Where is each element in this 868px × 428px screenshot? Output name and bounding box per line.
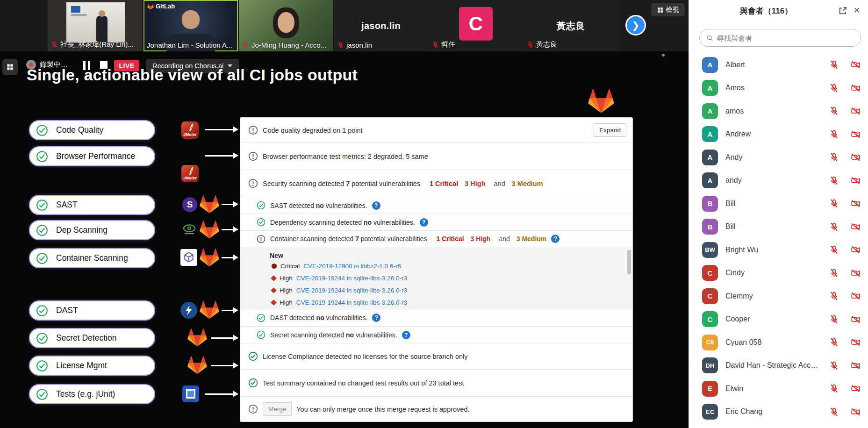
mic-off-icon[interactable] — [829, 106, 839, 116]
participant-row[interactable]: C Clemmy — [689, 285, 868, 308]
scrollbar[interactable] — [627, 249, 631, 307]
participant-row[interactable]: A Andy — [689, 146, 868, 169]
mr-row-license-compliance: License Compliance detected no licenses … — [240, 343, 632, 369]
arrow-icon — [222, 257, 237, 258]
participant-label-text: jason.lin — [346, 41, 372, 49]
close-icon[interactable]: ✕ — [852, 6, 861, 15]
gallery-grid-button[interactable] — [2, 59, 18, 75]
camera-off-icon[interactable] — [851, 291, 861, 301]
participant-row[interactable]: E Elwin — [689, 377, 868, 400]
critical-count: 1 Critical — [430, 180, 458, 187]
pmi-logo — [71, 6, 80, 13]
participants-panel: 與會者（116） ✕ A Albert A Amos A amos A Andr… — [689, 0, 868, 428]
next-videos-button[interactable]: ❯ — [625, 15, 646, 36]
mic-off-icon[interactable] — [829, 268, 839, 278]
participant-row[interactable]: BW Bright Wu — [689, 238, 868, 262]
camera-off-icon[interactable] — [851, 337, 861, 347]
expand-button[interactable]: Expand — [594, 123, 626, 137]
mic-off-icon[interactable] — [829, 83, 839, 93]
ci-job-container-scanning: Container Scanning — [29, 248, 155, 268]
mic-off-icon[interactable] — [829, 361, 839, 371]
search-input[interactable] — [717, 34, 854, 42]
cve-link[interactable]: CVE-2019-12900 in libbz2-1.0.6-r6 — [303, 263, 401, 270]
camera-off-icon[interactable] — [851, 83, 861, 93]
success-icon — [257, 314, 265, 322]
check-circle-icon — [36, 224, 48, 236]
mic-off-icon[interactable] — [829, 199, 839, 208]
video-thumbnail-jonathan-lim[interactable]: GitLab Jonathan Lim - Solution A... — [143, 0, 238, 51]
participant-label: jason.lin — [337, 41, 372, 49]
camera-off-icon[interactable] — [851, 314, 861, 324]
participant-row[interactable]: A Albert — [689, 53, 868, 77]
camera-off-icon[interactable] — [851, 60, 861, 70]
mic-off-icon[interactable] — [829, 245, 839, 255]
camera-off-icon[interactable] — [851, 199, 861, 208]
camera-off-icon[interactable] — [851, 152, 861, 162]
help-icon[interactable]: ? — [372, 314, 380, 322]
camera-off-icon[interactable] — [851, 384, 861, 393]
camera-off-icon[interactable] — [851, 361, 861, 371]
cve-link[interactable]: CVE-2019-19244 in sqlite-libs-3.26.0-r3 — [296, 287, 407, 294]
ci-job-license-mgmt: License Mgmt — [29, 356, 155, 376]
warning-icon — [257, 235, 265, 243]
camera-off-icon[interactable] — [851, 407, 861, 417]
participant-row[interactable]: C Cindy — [689, 262, 868, 285]
camera-off-icon[interactable] — [851, 129, 861, 139]
help-icon[interactable]: ? — [420, 218, 428, 227]
video-thumbnail-huang-zhi-liang[interactable]: 黃志良 黃志良 — [524, 0, 618, 51]
ci-job-browser-performance: Browser Performance — [29, 146, 155, 166]
mic-off-icon[interactable] — [829, 222, 839, 232]
ci-job-tests: Tests (e.g. jUnit) — [29, 384, 155, 404]
merge-button[interactable]: Merge — [263, 402, 292, 416]
video-thumbnail-jo-ming[interactable]: Jo-Ming Huang - Acco... — [239, 0, 333, 51]
help-icon[interactable]: ? — [402, 331, 410, 339]
participant-row[interactable]: A andy — [689, 169, 868, 193]
camera-off-icon[interactable] — [851, 268, 861, 278]
participant-row[interactable]: A amos — [689, 100, 868, 123]
mic-off-icon[interactable] — [829, 407, 839, 417]
participant-row[interactable]: B Bill — [689, 215, 868, 239]
mic-off-icon[interactable] — [829, 176, 839, 185]
participant-row[interactable]: EC Eric Chang — [689, 400, 868, 424]
high-count: 3 High — [465, 180, 485, 187]
help-icon[interactable]: ? — [551, 235, 560, 243]
participant-avatar: BW — [702, 242, 718, 258]
severity-label: Critical — [280, 263, 300, 270]
camera-off-icon[interactable] — [851, 176, 861, 185]
participant-avatar: A — [702, 172, 718, 188]
camera-off-icon[interactable] — [851, 106, 861, 116]
scrollbar-thumb[interactable] — [627, 250, 631, 274]
participant-row[interactable]: C0 Cyuan 058 — [689, 331, 868, 354]
help-icon[interactable]: ? — [372, 201, 380, 210]
video-thumbnail-ray-lin[interactable]: 社長_林家瑋(Ray Lin)... — [48, 0, 142, 51]
and-text: and — [499, 235, 509, 243]
gitlab-logo-icon — [199, 194, 220, 214]
cve-link[interactable]: CVE-2019-19244 in sqlite-libs-3.26.0-r3 — [296, 299, 407, 306]
camera-off-icon[interactable] — [851, 222, 861, 232]
check-circle-icon — [36, 305, 48, 317]
participant-row[interactable]: C Cooper — [689, 308, 868, 331]
mr-row-text: Dependency scanning detected no vulnerab… — [270, 219, 415, 226]
camera-off-icon[interactable] — [851, 245, 861, 255]
mic-off-icon[interactable] — [829, 314, 839, 324]
participant-row[interactable]: A Amos — [689, 77, 868, 100]
mic-off-icon[interactable] — [829, 60, 839, 70]
mic-off-icon[interactable] — [829, 337, 839, 347]
arrow-icon — [222, 229, 237, 230]
cve-link[interactable]: CVE-2019-19244 in sqlite-libs-3.26.0-r3 — [296, 275, 407, 282]
check-circle-icon — [36, 332, 48, 344]
mic-off-icon[interactable] — [829, 384, 839, 393]
video-thumbnail-jason-lin[interactable]: jason.lin jason.lin — [334, 0, 428, 51]
mic-off-icon[interactable] — [829, 152, 839, 162]
video-thumbnail-zhe-ren[interactable]: C 哲任 — [429, 0, 523, 51]
participant-row[interactable]: A Andrew — [689, 123, 868, 146]
arrow-icon — [211, 337, 237, 339]
mic-off-icon[interactable] — [829, 129, 839, 139]
popout-icon[interactable] — [838, 6, 847, 15]
participant-row[interactable]: B Bill — [689, 192, 868, 215]
participant-row[interactable]: DH David Han - Strategic Account Le... — [689, 354, 868, 378]
view-button[interactable]: 檢視 — [651, 3, 685, 16]
mic-off-icon[interactable] — [829, 291, 839, 301]
severity-label: High — [280, 275, 293, 282]
mic-off-icon — [527, 41, 534, 48]
